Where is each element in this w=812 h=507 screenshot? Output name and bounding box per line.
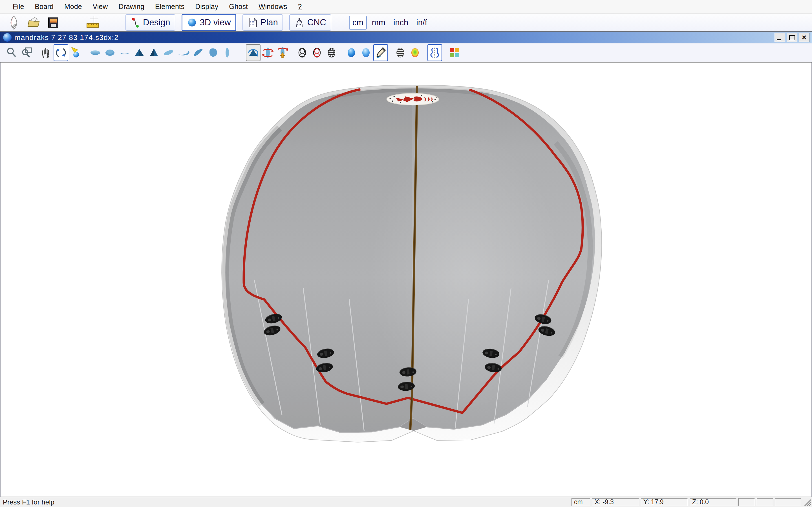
status-unit: cm — [571, 498, 590, 506]
view-nose-icon[interactable] — [132, 44, 147, 61]
mode-design-button[interactable]: Design — [125, 14, 175, 31]
zoom-icon[interactable] — [4, 44, 19, 61]
light-direction-icon[interactable] — [68, 44, 83, 61]
cnc-tool-icon — [294, 17, 305, 28]
board-3d-render — [1, 62, 811, 497]
status-y-coordinate: Y: 17.9 — [641, 498, 688, 506]
application-window: File Board Mode View Drawing Elements Di… — [0, 0, 812, 507]
status-empty-cell — [775, 498, 801, 506]
open-folder-icon — [26, 15, 41, 30]
minimize-icon — [777, 39, 781, 40]
status-empty-cell — [739, 498, 755, 506]
view-bottom-icon[interactable] — [103, 44, 117, 61]
new-board-icon — [6, 15, 21, 30]
flip-board-icon[interactable] — [275, 44, 290, 61]
rotate-view-icon[interactable] — [54, 44, 68, 61]
maximize-icon — [789, 35, 795, 40]
ruler-icon — [86, 15, 100, 30]
new-board-button[interactable] — [6, 15, 22, 31]
zebra-stripes-icon[interactable] — [393, 44, 408, 61]
menu-drawing[interactable]: Drawing — [113, 3, 150, 11]
resize-grip[interactable] — [803, 498, 811, 506]
view-top-icon[interactable] — [88, 44, 103, 61]
unit-inf[interactable]: in/f — [413, 16, 430, 29]
menu-view[interactable]: View — [87, 3, 113, 11]
paint-decors-icon[interactable] — [373, 44, 388, 61]
render-smooth-icon[interactable] — [359, 44, 373, 61]
plan-sheet-icon — [248, 17, 258, 28]
logo-decal — [387, 93, 439, 105]
menu-display[interactable]: Display — [190, 3, 223, 11]
symmetry-check-icon[interactable] — [427, 44, 442, 61]
view-rocker-icon[interactable] — [117, 44, 132, 61]
view-toolbar — [0, 43, 812, 62]
menu-mode[interactable]: Mode — [59, 3, 87, 11]
mode-3d-view-button[interactable]: 3D view — [182, 14, 236, 31]
mode-design-label: Design — [143, 17, 170, 27]
unit-mm[interactable]: mm — [369, 16, 388, 29]
maximize-button[interactable] — [786, 33, 797, 42]
open-file-button[interactable] — [26, 15, 42, 31]
status-x-coordinate: X: -9.3 — [592, 498, 639, 506]
view-perspective-3-icon[interactable] — [191, 44, 205, 61]
auto-rotate-icon[interactable] — [246, 44, 260, 61]
close-button[interactable]: × — [799, 33, 809, 42]
mode-plan-button[interactable]: Plan — [243, 14, 283, 31]
view-side-icon[interactable] — [220, 44, 235, 61]
document-titlebar[interactable]: mandraks 7 27 83 174.s3dx:2 × — [0, 32, 812, 43]
status-message: Press F1 for help — [0, 498, 571, 506]
menu-bar: File Board Mode View Drawing Elements Di… — [0, 0, 812, 13]
save-file-button[interactable] — [45, 15, 61, 31]
wireframe-slices-icon[interactable] — [310, 44, 324, 61]
mode-plan-label: Plan — [260, 17, 278, 27]
wireframe-icon[interactable] — [295, 44, 310, 61]
spin-horizontal-icon[interactable] — [260, 44, 275, 61]
save-icon — [46, 15, 61, 30]
mode-cnc-label: CNC — [307, 17, 326, 27]
viewport-3d[interactable] — [0, 62, 812, 497]
design-nodes-icon — [131, 17, 140, 28]
menu-file[interactable]: File — [7, 3, 29, 11]
surface-sheen — [369, 130, 561, 412]
minimize-button[interactable] — [774, 33, 785, 42]
menu-board[interactable]: Board — [29, 3, 59, 11]
main-toolbar: Design 3D view Plan — [0, 13, 812, 32]
unit-inch[interactable]: inch — [391, 16, 411, 29]
color-palette-icon[interactable] — [447, 44, 462, 61]
wireframe-mesh-icon[interactable] — [324, 44, 339, 61]
unit-selector: cm mm inch in/f — [349, 16, 430, 30]
zoom-window-icon[interactable] — [19, 44, 34, 61]
view-perspective-1-icon[interactable] — [161, 44, 176, 61]
status-bar: Press F1 for help cm X: -9.3 Y: 17.9 Z: … — [0, 497, 812, 507]
menu-elements[interactable]: Elements — [150, 3, 190, 11]
mode-3d-view-label: 3D view — [200, 17, 231, 27]
menu-ghost[interactable]: Ghost — [223, 3, 253, 11]
document-title: mandraks 7 27 83 174.s3dx:2 — [14, 33, 773, 42]
status-empty-cell — [757, 498, 773, 506]
document-window: mandraks 7 27 83 174.s3dx:2 × — [0, 31, 812, 497]
close-icon: × — [802, 34, 806, 41]
mode-cnc-button[interactable]: CNC — [289, 14, 331, 31]
document-icon — [3, 33, 11, 42]
unit-cm[interactable]: cm — [349, 16, 367, 30]
status-z-coordinate: Z: 0.0 — [690, 498, 737, 506]
pan-hand-icon[interactable] — [39, 44, 54, 61]
menu-help[interactable]: ? — [292, 3, 307, 11]
measurements-button[interactable] — [85, 15, 101, 31]
view-perspective-2-icon[interactable] — [176, 44, 191, 61]
curvature-map-icon[interactable] — [408, 44, 422, 61]
menu-windows[interactable]: Windows — [253, 3, 292, 11]
view-tail-icon[interactable] — [147, 44, 161, 61]
render-solid-icon[interactable] — [344, 44, 359, 61]
sphere-icon — [187, 17, 197, 27]
view-perspective-4-icon[interactable] — [205, 44, 220, 61]
